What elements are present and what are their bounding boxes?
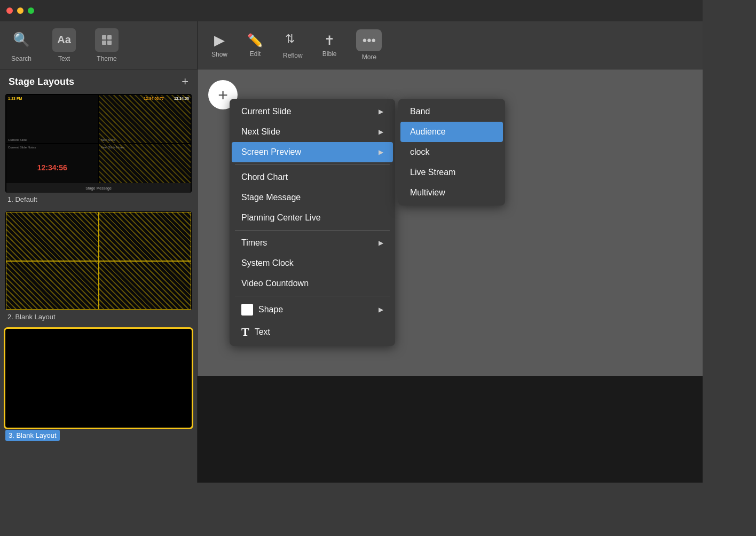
menu-divider-1 [235,164,390,165]
svg-text:⇅: ⇅ [285,32,295,45]
more-icon: ••• [356,29,382,51]
search-label: Search [11,55,32,62]
layout-item-1[interactable]: 1:23 PM Current Slide 12:34:56 12:34:56.… [5,94,192,206]
submenu-audience-label: Audience [410,127,446,136]
menu-item-text-label: Text [255,327,270,337]
arrow-icon-shape: ▶ [379,306,383,313]
show-icon: ▶ [214,32,225,49]
text-label: Text [58,55,70,62]
more-label: More [362,53,376,61]
layout-thumbnail-3 [5,329,192,428]
submenu-live-stream-label: Live Stream [410,168,455,177]
content-area: + Current Slide ▶ Next Slide ▶ Screen Pr… [198,69,703,483]
menu-item-text[interactable]: T Text [232,321,393,343]
submenu-item-audience[interactable]: Audience [400,122,503,142]
layout-label-1: 1. Default [5,193,192,206]
edit-icon: ✏️ [247,33,263,48]
more-button[interactable]: ••• More [348,26,390,64]
submenu-item-band[interactable]: Band [400,101,503,122]
submenu-clock-label: clock [410,147,429,156]
arrow-icon-timers: ▶ [379,239,383,247]
menu-item-shape[interactable]: Shape ▶ [232,298,393,321]
arrow-icon-current-slide: ▶ [379,108,383,115]
arrow-icon-screen-preview: ▶ [379,148,383,156]
content-bottom-bar [198,376,703,483]
toolbar-right: ▶ Show ✏️ Edit ⇅ Reflow ✝ Bible ••• More [198,21,703,69]
menu-item-screen-preview-label: Screen Preview [241,147,301,157]
menu-item-screen-preview[interactable]: Screen Preview ▶ [232,142,393,162]
layout-label-3: 3. Blank Layout [5,430,60,441]
toolbar-left: 🔍 Search Aa Text Theme [0,21,198,69]
submenu: Band Audience clock Live Stream Multivie… [398,99,505,206]
menu-item-next-slide[interactable]: Next Slide ▶ [232,122,393,142]
shape-menu-item-inner: Shape [241,304,283,316]
theme-label: Theme [97,55,116,62]
minimize-button[interactable] [17,7,23,14]
show-label: Show [211,51,227,58]
layout-thumbnail-1: 1:23 PM Current Slide 12:34:56 12:34:56.… [5,94,192,193]
menu-item-system-clock[interactable]: System Clock [232,253,393,273]
svg-rect-1 [107,35,112,40]
menu-item-shape-label: Shape [258,305,283,314]
text-icon: Aa [52,28,76,52]
shape-icon [241,304,253,316]
menu-item-chord-chart-label: Chord Chart [241,172,288,182]
thumb1-time-red: 12:34:56 [37,163,67,172]
submenu-band-label: Band [410,107,430,116]
text-menu-item-inner: T Text [241,326,270,338]
edit-label: Edit [250,50,261,58]
bible-button[interactable]: ✝ Bible [314,26,345,64]
menu-item-timers[interactable]: Timers ▶ [232,233,393,253]
toolbar: 🔍 Search Aa Text Theme ▶ Show ✏️ [0,21,703,69]
show-button[interactable]: ▶ Show [203,26,236,64]
thumb1-label-current-notes: Current Slide Notes [8,146,36,149]
add-layout-button[interactable]: + [182,76,188,88]
menu-item-chord-chart[interactable]: Chord Chart [232,167,393,187]
sidebar-title: Stage Layouts [9,76,74,88]
menu-item-current-slide[interactable]: Current Slide ▶ [232,101,393,122]
bible-label: Bible [322,50,337,58]
menu-item-system-clock-label: System Clock [241,258,294,268]
submenu-item-multiview[interactable]: Multiview [400,183,503,203]
layout-item-2[interactable]: 2. Blank Layout [5,211,192,324]
search-button[interactable]: 🔍 Search [0,21,43,69]
layout-thumbnail-2 [5,211,192,310]
menu-item-stage-message-label: Stage Message [241,193,301,202]
dropdown-menu: Current Slide ▶ Next Slide ▶ Screen Prev… [230,99,395,346]
submenu-multiview-label: Multiview [410,188,445,197]
close-button[interactable] [6,7,13,14]
menu-divider-3 [235,296,390,296]
menu-item-planning-center-live-label: Planning Center Live [241,213,321,223]
text-menu-icon: T [241,326,249,338]
main-layout: Stage Layouts + 1:23 PM Current Slide 12… [0,69,703,483]
titlebar [0,0,703,21]
menu-item-timers-label: Timers [241,238,267,248]
svg-rect-2 [102,41,106,45]
svg-rect-3 [107,41,112,45]
search-icon: 🔍 [10,28,33,52]
sidebar-header: Stage Layouts + [0,69,197,94]
menu-item-current-slide-label: Current Slide [241,107,291,116]
submenu-item-live-stream[interactable]: Live Stream [400,162,503,183]
svg-rect-0 [102,35,106,40]
edit-button[interactable]: ✏️ Edit [239,26,272,64]
bible-icon: ✝ [324,33,335,48]
maximize-button[interactable] [28,7,34,14]
thumb1-stage-msg: Stage Message [85,186,112,190]
reflow-button[interactable]: ⇅ Reflow [274,26,311,64]
submenu-item-clock[interactable]: clock [400,142,503,162]
reflow-icon: ⇅ [285,31,300,50]
text-button[interactable]: Aa Text [43,21,85,69]
layout-item-3[interactable]: 3. Blank Layout [5,329,192,441]
arrow-icon-next-slide: ▶ [379,128,383,136]
menu-item-video-countdown[interactable]: Video Countdown [232,273,393,294]
layout-label-2: 2. Blank Layout [5,310,192,324]
menu-divider-2 [235,230,390,231]
sidebar: Stage Layouts + 1:23 PM Current Slide 12… [0,69,198,483]
menu-item-planning-center-live[interactable]: Planning Center Live [232,208,393,228]
thumb1-label-current: Current Slide [8,138,27,141]
menu-item-stage-message[interactable]: Stage Message [232,187,393,208]
reflow-label: Reflow [283,52,303,59]
theme-button[interactable]: Theme [85,21,128,69]
theme-icon [95,28,119,52]
